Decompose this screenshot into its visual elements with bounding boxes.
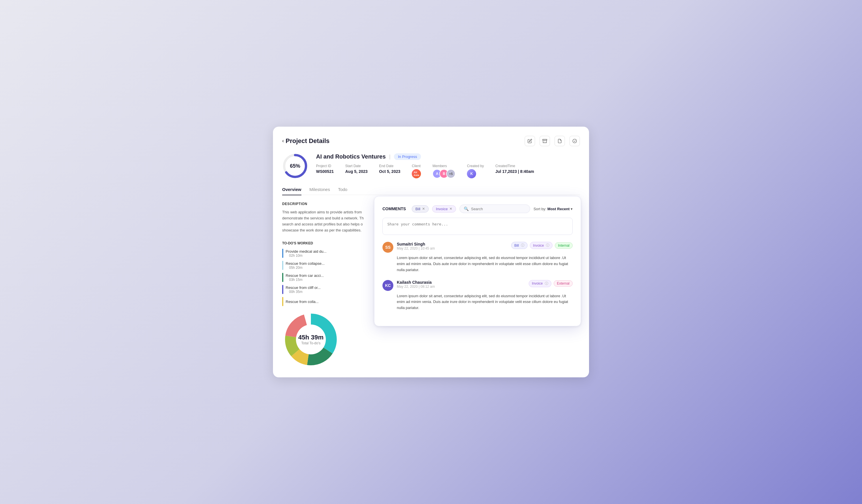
tag-invoice2-info-icon: ⓘ — [545, 281, 548, 286]
donut-center: 45h 39m Total To-do's — [298, 334, 324, 345]
list-item: Rescue from collapse... 05h 20m — [282, 261, 368, 270]
project-id-value: WS00521 — [316, 169, 334, 174]
comment-avatar-1: SS — [382, 242, 393, 253]
todo-time: 05h 20m — [289, 266, 325, 270]
svg-point-2 — [573, 139, 576, 143]
archive-button[interactable] — [540, 136, 550, 146]
edit-button[interactable] — [525, 136, 535, 146]
filter-invoice[interactable]: Invoice ✕ — [432, 205, 456, 213]
todos-title: TO-DO'S WORKED — [282, 241, 368, 245]
tab-overview[interactable]: Overview — [282, 187, 301, 195]
list-item: Rescue from cliff or... 00h 35m — [282, 285, 368, 294]
todo-color-bar — [282, 249, 283, 258]
comment-entry-2: KC Kailash Chaurasia May 22, 2020 | 08:1… — [382, 280, 573, 311]
comments-overlay: COMMENTS Bill ✕ Invoice ✕ 🔍 Sort by: Mos… — [374, 196, 581, 326]
todo-title: Rescue from car acci... — [286, 274, 324, 278]
project-id-label: Project ID — [316, 164, 334, 168]
donut-total: 45h 39m — [298, 334, 324, 341]
todo-title: Rescue from collapse... — [286, 261, 325, 266]
comments-header: COMMENTS Bill ✕ Invoice ✕ 🔍 Sort by: Mos… — [382, 204, 573, 213]
chevron-down-icon[interactable]: ▾ — [571, 207, 573, 211]
members-avatars: A B +5 — [432, 169, 455, 178]
start-date-value: Aug 5, 2023 — [345, 169, 367, 174]
document-button[interactable] — [554, 136, 565, 146]
comment-entry-1: SS Sumaitri Singh May 22, 2020 | 10:45 a… — [382, 242, 573, 273]
card-header: ‹ Project Details — [282, 136, 580, 146]
back-link[interactable]: ‹ Project Details — [282, 137, 329, 145]
tag-bill[interactable]: Bill ⓘ — [511, 242, 527, 249]
project-title-row: AI and Robotics Ventures | In Progress — [316, 153, 580, 160]
sort-by: Sort by: Most Recent ▾ — [534, 207, 573, 211]
tab-todo[interactable]: Todo — [338, 187, 348, 195]
description-text: This web application aims to provide art… — [282, 209, 368, 233]
sort-value: Most Recent — [547, 207, 570, 211]
svg-rect-0 — [543, 139, 547, 140]
todo-title: Rescue from cliff or... — [286, 286, 321, 290]
tag-internal[interactable]: Internal — [555, 242, 573, 249]
members-label: Members — [432, 164, 455, 168]
tag-invoice[interactable]: Invoice ⓘ — [530, 242, 552, 249]
tabs-row: Overview Milestones Todo — [282, 187, 580, 195]
tag-invoice-info-icon: ⓘ — [546, 243, 549, 248]
comment-tags-1: Bill ⓘ Invoice ⓘ Internal — [511, 242, 573, 249]
project-name: AI and Robotics Ventures — [316, 153, 386, 160]
list-item: Rescue from colla... — [282, 297, 368, 306]
tag-external[interactable]: External — [554, 280, 573, 287]
comment-author-info-2: Kailash Chaurasia May 22, 2020 | 08:12 a… — [397, 280, 525, 289]
comment-meta-row: SS Sumaitri Singh May 22, 2020 | 10:45 a… — [382, 242, 573, 253]
field-project-id: Project ID WS00521 — [316, 164, 334, 174]
filter-bill[interactable]: Bill ✕ — [412, 205, 429, 213]
filter-invoice-label: Invoice — [436, 207, 448, 211]
comment-date-1: May 22, 2020 | 10:45 am — [397, 247, 508, 250]
tag-bill-info-icon: ⓘ — [521, 243, 524, 248]
filter-bill-label: Bill — [416, 207, 420, 211]
client-label: Client — [412, 164, 421, 168]
comments-title: COMMENTS — [382, 207, 406, 211]
end-date-value: Oct 5, 2023 — [379, 169, 400, 174]
field-created-by: Created by K — [467, 164, 484, 178]
comment-meta-row: KC Kailash Chaurasia May 22, 2020 | 08:1… — [382, 280, 573, 291]
todo-title: Provide medical aid du... — [286, 249, 326, 254]
created-time-value: Jul 17,2023 | 8:40am — [495, 169, 534, 174]
comment-author-info-1: Sumaitri Singh May 22, 2020 | 10:45 am — [397, 242, 508, 250]
comment-text-1: Lorem ipsum dolor sit amet, consectetur … — [382, 255, 573, 273]
progress-percent-label: 65% — [290, 163, 300, 169]
comment-date-2: May 22, 2020 | 08:12 am — [397, 284, 525, 289]
donut-chart: 45h 39m Total To-do's — [282, 311, 340, 368]
check-button[interactable] — [570, 136, 580, 146]
list-item: Provide medical aid du... 02h 10m — [282, 249, 368, 258]
comment-author-name-2: Kailash Chaurasia — [397, 280, 525, 284]
created-by-label: Created by — [467, 164, 484, 168]
todo-color-bar — [282, 261, 283, 270]
comment-input[interactable] — [382, 218, 573, 235]
start-date-label: Start Date — [345, 164, 367, 168]
search-input[interactable] — [471, 207, 511, 211]
search-icon: 🔍 — [464, 207, 469, 211]
field-created-time: CreatedTime Jul 17,2023 | 8:40am — [495, 164, 534, 174]
divider: | — [389, 154, 391, 160]
comment-tags-2: Invoice ⓘ External — [529, 280, 573, 287]
project-fields: Project ID WS00521 Start Date Aug 5, 202… — [316, 164, 580, 178]
todo-title: Rescue from colla... — [286, 300, 319, 304]
project-details-card: ‹ Project Details 65% — [273, 127, 589, 377]
todo-color-bar — [282, 273, 283, 282]
status-badge: In Progress — [394, 153, 421, 160]
field-client: Client AirAsia — [412, 164, 421, 178]
todo-time: 02h 10m — [289, 254, 326, 257]
field-start-date: Start Date Aug 5, 2023 — [345, 164, 367, 174]
filter-invoice-close[interactable]: ✕ — [449, 207, 452, 211]
todo-time: 00h 35m — [289, 290, 321, 294]
field-end-date: End Date Oct 5, 2023 — [379, 164, 400, 174]
comment-author-name-1: Sumaitri Singh — [397, 242, 508, 247]
tab-milestones[interactable]: Milestones — [310, 187, 330, 195]
comment-text-2: Lorem ipsum dolor sit amet, consectetur … — [382, 293, 573, 311]
field-members: Members A B +5 — [432, 164, 455, 178]
end-date-label: End Date — [379, 164, 400, 168]
filter-bill-close[interactable]: ✕ — [422, 207, 425, 211]
todo-color-bar — [282, 285, 283, 294]
project-meta: AI and Robotics Ventures | In Progress P… — [316, 153, 580, 178]
page-title: Project Details — [286, 137, 329, 145]
tag-invoice-2[interactable]: Invoice ⓘ — [529, 280, 551, 287]
description-title: DESCRIPTION — [282, 202, 368, 206]
todo-list: Provide medical aid du... 02h 10m Rescue… — [282, 249, 368, 306]
